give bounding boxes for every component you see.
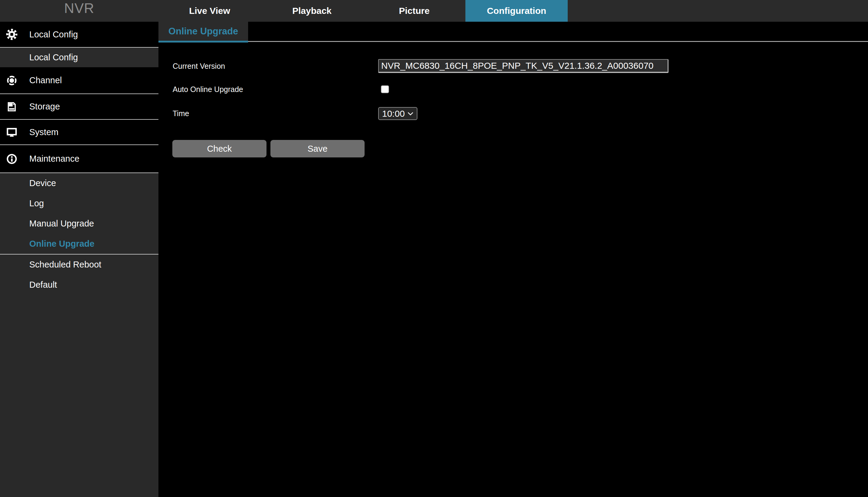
nav-playback[interactable]: Playback xyxy=(261,0,363,22)
sidebar-item-label: Scheduled Reboot xyxy=(29,260,101,270)
channel-icon xyxy=(6,75,17,86)
nav-picture[interactable]: Picture xyxy=(363,0,465,22)
sidebar-item-label: Default xyxy=(29,280,57,290)
time-label: Time xyxy=(173,110,189,118)
nav-configuration[interactable]: Configuration xyxy=(465,0,568,22)
sidebar-item-storage[interactable]: Storage xyxy=(0,94,159,120)
sidebar-item-label: Local Config xyxy=(29,30,78,40)
sidebar-subitem-local-config[interactable]: Local Config xyxy=(0,48,159,67)
chevron-down-icon xyxy=(408,112,413,115)
sidebar-item-channel[interactable]: Channel xyxy=(0,67,159,94)
sidebar: Local Config Local Config Channel Storag… xyxy=(0,22,159,497)
sidebar-subitem-log[interactable]: Log xyxy=(0,193,159,214)
auto-online-upgrade-checkbox[interactable] xyxy=(381,85,389,93)
sidebar-item-label: Storage xyxy=(29,102,60,112)
sidebar-item-label: Online Upgrade xyxy=(29,239,95,249)
save-button[interactable]: Save xyxy=(271,140,364,157)
sidebar-subitem-default[interactable]: Default xyxy=(0,275,159,295)
sidebar-subitem-device[interactable]: Device xyxy=(0,173,159,193)
app-logo: NVR xyxy=(0,0,159,16)
current-version-label: Current Version xyxy=(173,62,225,70)
sidebar-item-label: Local Config xyxy=(29,53,78,62)
storage-icon xyxy=(6,101,17,113)
sidebar-item-label: Device xyxy=(29,178,56,188)
top-nav: Live View Playback Picture Configuration xyxy=(159,0,568,22)
maintenance-icon xyxy=(6,153,17,165)
sidebar-item-label: Manual Upgrade xyxy=(29,219,94,229)
sidebar-item-local-config[interactable]: Local Config xyxy=(0,22,159,48)
tab-divider-line xyxy=(248,41,868,42)
sidebar-subitem-manual-upgrade[interactable]: Manual Upgrade xyxy=(0,214,159,234)
tab-online-upgrade[interactable]: Online Upgrade xyxy=(159,22,248,41)
tab-active-underline xyxy=(159,41,248,43)
header-bar: NVR Live View Playback Picture Configura… xyxy=(0,0,868,22)
nav-live-view[interactable]: Live View xyxy=(159,0,261,22)
sidebar-item-label: Maintenance xyxy=(29,154,79,164)
sidebar-item-label: Channel xyxy=(29,75,62,85)
sidebar-item-label: Log xyxy=(29,198,44,208)
current-version-input[interactable] xyxy=(378,59,669,73)
sidebar-subitem-online-upgrade[interactable]: Online Upgrade xyxy=(0,234,159,254)
system-icon xyxy=(6,126,17,138)
sidebar-subitem-scheduled-reboot[interactable]: Scheduled Reboot xyxy=(0,255,159,275)
maintenance-submenu: Device Log Manual Upgrade Online Upgrade… xyxy=(0,173,159,497)
gear-icon xyxy=(6,29,17,40)
time-select-value: 10:00 xyxy=(382,109,405,119)
auto-online-upgrade-label: Auto Online Upgrade xyxy=(173,85,243,94)
check-button[interactable]: Check xyxy=(172,140,266,157)
sidebar-item-maintenance[interactable]: Maintenance xyxy=(0,145,159,173)
sidebar-item-label: System xyxy=(29,127,58,137)
time-select[interactable]: 10:00 xyxy=(378,107,417,120)
sidebar-item-system[interactable]: System xyxy=(0,120,159,145)
